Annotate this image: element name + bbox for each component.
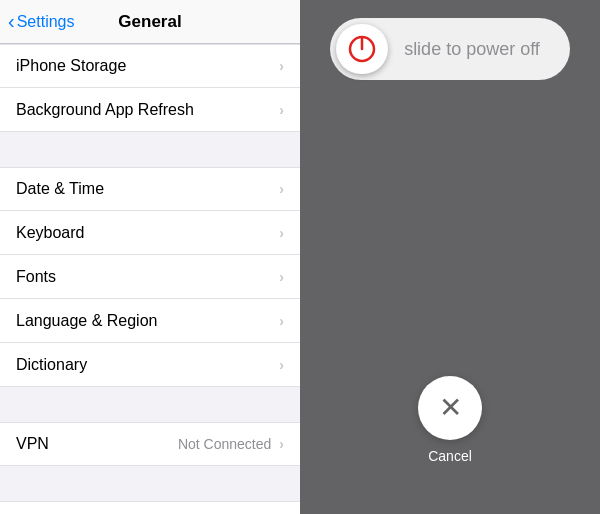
back-chevron-icon: ‹ bbox=[8, 10, 15, 33]
item-label: Keyboard bbox=[16, 224, 85, 242]
legal-item[interactable]: Legal & Regulatory › bbox=[0, 501, 300, 514]
list-item[interactable]: Language & Region › bbox=[0, 299, 300, 343]
back-button[interactable]: ‹ Settings bbox=[8, 10, 74, 33]
list-item[interactable]: Fonts › bbox=[0, 255, 300, 299]
cancel-label: Cancel bbox=[428, 448, 472, 464]
item-value: Not Connected bbox=[178, 436, 271, 452]
section-group-3: VPN Not Connected › bbox=[0, 422, 300, 466]
chevron-right-icon: › bbox=[279, 313, 284, 329]
chevron-right-icon: › bbox=[279, 269, 284, 285]
chevron-right-icon: › bbox=[279, 181, 284, 197]
vpn-item[interactable]: VPN Not Connected › bbox=[0, 422, 300, 466]
section-group-1: iPhone Storage › Background App Refresh … bbox=[0, 44, 300, 132]
slider-text: slide to power off bbox=[388, 39, 564, 60]
settings-panel: ‹ Settings General iPhone Storage › Back… bbox=[0, 0, 300, 514]
chevron-right-icon: › bbox=[279, 58, 284, 74]
section-group-2: Date & Time › Keyboard › Fonts › Languag… bbox=[0, 167, 300, 387]
item-label: Date & Time bbox=[16, 180, 104, 198]
power-handle bbox=[336, 24, 388, 74]
section-group-4: Legal & Regulatory › bbox=[0, 501, 300, 514]
page-title: General bbox=[118, 12, 181, 32]
close-icon: ✕ bbox=[439, 394, 462, 422]
item-label: Fonts bbox=[16, 268, 56, 286]
section-separator bbox=[0, 466, 300, 501]
back-label: Settings bbox=[17, 13, 75, 31]
item-label: VPN bbox=[16, 435, 49, 453]
list-item[interactable]: Keyboard › bbox=[0, 211, 300, 255]
nav-bar: ‹ Settings General bbox=[0, 0, 300, 44]
section-separator bbox=[0, 387, 300, 422]
list-item[interactable]: iPhone Storage › bbox=[0, 44, 300, 88]
item-label: Background App Refresh bbox=[16, 101, 194, 119]
list-item[interactable]: Date & Time › bbox=[0, 167, 300, 211]
power-icon bbox=[347, 34, 377, 64]
list-item[interactable]: Background App Refresh › bbox=[0, 88, 300, 132]
cancel-container: ✕ Cancel bbox=[418, 376, 482, 464]
list-item[interactable]: Dictionary › bbox=[0, 343, 300, 387]
chevron-right-icon: › bbox=[279, 436, 284, 452]
chevron-right-icon: › bbox=[279, 225, 284, 241]
item-label: iPhone Storage bbox=[16, 57, 126, 75]
chevron-right-icon: › bbox=[279, 357, 284, 373]
section-separator bbox=[0, 132, 300, 167]
item-label: Language & Region bbox=[16, 312, 157, 330]
cancel-button[interactable]: ✕ bbox=[418, 376, 482, 440]
power-slider[interactable]: slide to power off bbox=[330, 18, 570, 80]
item-label: Dictionary bbox=[16, 356, 87, 374]
power-off-overlay: slide to power off ✕ Cancel bbox=[300, 0, 600, 514]
chevron-right-icon: › bbox=[279, 102, 284, 118]
